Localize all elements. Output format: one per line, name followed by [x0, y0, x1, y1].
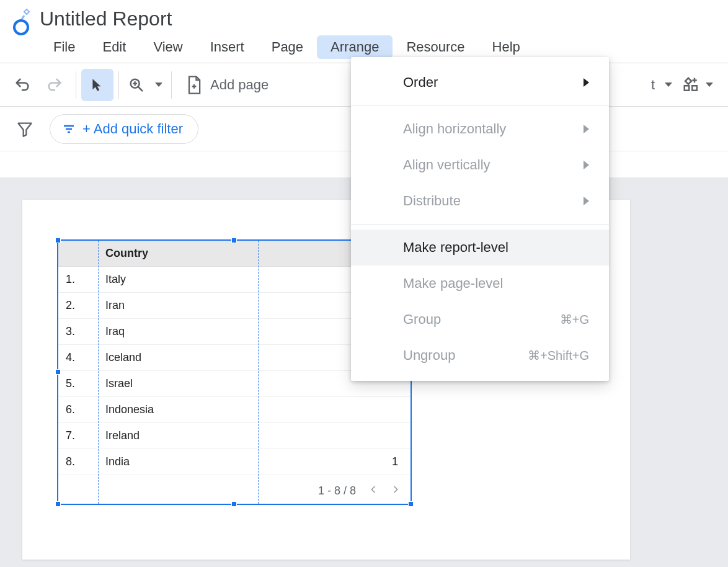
row-index: 8. [58, 449, 98, 475]
filter-list-icon [61, 122, 76, 136]
dd-align-horizontal: Align horizontally [351, 111, 609, 147]
table-row[interactable]: 7.Ireland [58, 423, 411, 449]
row-index: 5. [58, 371, 98, 397]
arrange-dropdown-menu: Order Align horizontally Align verticall… [351, 57, 609, 381]
chevron-right-icon [584, 78, 589, 87]
svg-rect-7 [685, 86, 690, 91]
dd-group-shortcut: ⌘+G [560, 312, 589, 327]
svg-rect-8 [692, 86, 697, 91]
menu-help[interactable]: Help [479, 35, 534, 59]
funnel-icon [16, 120, 33, 138]
row-record [260, 423, 411, 449]
row-index: 6. [58, 397, 98, 423]
table-row[interactable]: 8.India1 [58, 449, 411, 475]
chevron-right-icon [584, 161, 589, 169]
row-index: 1. [58, 267, 98, 293]
dd-ungroup-shortcut: ⌘+Shift+G [528, 348, 589, 363]
svg-line-2 [139, 87, 143, 91]
dd-order-label: Order [403, 74, 438, 91]
dd-group: Group ⌘+G [351, 301, 609, 337]
menu-page[interactable]: Page [258, 35, 317, 59]
zoom-tool[interactable] [124, 69, 166, 101]
row-country: Indonesia [98, 397, 260, 423]
dd-ungroup-label: Ungroup [403, 347, 455, 364]
pager-range: 1 - 8 / 8 [318, 484, 356, 498]
add-quick-filter-button[interactable]: + Add quick filter [50, 114, 198, 144]
menubar: File Edit View Insert Page Arrange Resou… [40, 35, 534, 59]
menu-edit[interactable]: Edit [89, 35, 140, 59]
column-guide-2[interactable] [258, 241, 259, 504]
header-country[interactable]: Country [98, 241, 260, 267]
dd-ungroup: Ungroup ⌘+Shift+G [351, 337, 609, 373]
menu-view[interactable]: View [140, 35, 196, 59]
resize-handle-nw[interactable] [55, 238, 61, 243]
add-page-label: Add page [210, 77, 269, 93]
dd-make-report-level[interactable]: Make report-level [351, 230, 609, 266]
row-country: Iraq [98, 319, 260, 345]
dd-align-vertical: Align vertically [351, 147, 609, 183]
column-guide-1[interactable] [98, 241, 99, 504]
truncated-tool-caret[interactable] [665, 83, 672, 87]
dd-make-page-label: Make page-level [403, 275, 503, 292]
resize-handle-w[interactable] [55, 369, 61, 375]
row-record: 1 [260, 449, 411, 475]
redo-button[interactable] [38, 69, 71, 101]
row-country: Israel [98, 371, 260, 397]
table-row[interactable]: 6.Indonesia [58, 397, 411, 423]
row-index: 4. [58, 345, 98, 371]
row-country: Ireland [98, 423, 260, 449]
resize-handle-se[interactable] [408, 501, 414, 507]
row-country: Italy [98, 267, 260, 293]
svg-point-0 [14, 20, 28, 34]
zoom-dropdown-caret[interactable] [155, 83, 162, 87]
header-index [58, 241, 98, 267]
row-country: Iran [98, 293, 260, 319]
dd-order[interactable]: Order [351, 65, 609, 100]
dd-distribute-label: Distribute [403, 193, 461, 209]
menu-insert[interactable]: Insert [197, 35, 258, 59]
dd-make-page-level: Make page-level [351, 266, 609, 301]
row-index: 7. [58, 423, 98, 449]
row-country: Iceland [98, 345, 260, 371]
resize-handle-sw[interactable] [55, 501, 61, 507]
menu-file[interactable]: File [40, 35, 89, 59]
dd-align-h-label: Align horizontally [403, 121, 506, 137]
add-page-icon [185, 75, 203, 95]
undo-button[interactable] [6, 69, 38, 101]
filter-icon-button[interactable] [10, 114, 40, 144]
resize-handle-n[interactable] [231, 238, 237, 243]
resize-handle-s[interactable] [231, 501, 237, 507]
doc-title[interactable]: Untitled Report [40, 7, 534, 30]
table-pager: 1 - 8 / 8 [318, 484, 401, 498]
app-logo [7, 5, 35, 40]
community-viz-button[interactable] [680, 69, 716, 101]
dd-make-report-label: Make report-level [403, 239, 508, 256]
menu-resource[interactable]: Resource [393, 35, 478, 59]
chevron-right-icon [584, 197, 589, 205]
dd-group-label: Group [403, 311, 441, 328]
select-tool[interactable] [81, 69, 113, 101]
row-index: 3. [58, 319, 98, 345]
pager-prev[interactable] [368, 484, 378, 498]
row-country: India [98, 449, 260, 475]
dd-distribute: Distribute [351, 183, 609, 219]
truncated-tool-label: t [651, 77, 655, 93]
chevron-right-icon [584, 125, 589, 133]
add-quick-filter-label: + Add quick filter [82, 121, 183, 137]
row-index: 2. [58, 293, 98, 319]
row-record [260, 397, 411, 423]
add-page-button[interactable]: Add page [177, 75, 277, 95]
menu-arrange[interactable]: Arrange [317, 35, 393, 59]
dd-align-v-label: Align vertically [403, 157, 491, 173]
pager-next[interactable] [391, 484, 401, 498]
